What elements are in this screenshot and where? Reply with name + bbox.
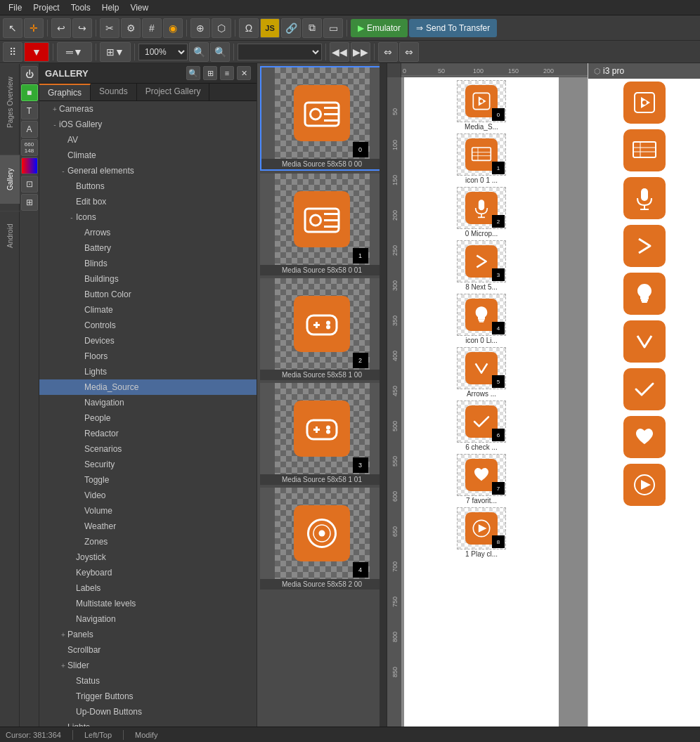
rp-icon-0[interactable] xyxy=(623,82,666,124)
canvas-workspace[interactable]: 0 Media_S... 1 icon 0 1 ... 2 0 Microp..… xyxy=(401,77,588,727)
tree-item-joystick[interactable]: Joystick xyxy=(39,549,257,565)
emulator-btn2[interactable]: ◉ xyxy=(163,18,183,38)
rp-icon-3[interactable] xyxy=(623,225,666,267)
page-btn[interactable]: ⧉ xyxy=(302,18,322,38)
cut-btn[interactable]: ✂ xyxy=(100,18,119,38)
tool-colors[interactable] xyxy=(21,157,38,174)
canvas-item-7[interactable]: 7 7 favorit... xyxy=(407,454,556,505)
zoom-select[interactable]: 100% 75% 50% 150% 200% xyxy=(138,44,188,60)
redo-btn[interactable]: ↪ xyxy=(72,18,92,38)
tree-item-toggle[interactable]: Toggle xyxy=(39,472,257,488)
gtab-graphics[interactable]: Graphics xyxy=(39,84,91,100)
tool-toggle[interactable]: ⊡ xyxy=(21,176,38,193)
link-btn[interactable]: 🔗 xyxy=(281,18,301,38)
arrange-btn[interactable]: ⬡ xyxy=(212,18,231,38)
tool-color[interactable]: ■ xyxy=(21,84,38,101)
canvas-area[interactable]: 0 50 100 150 200 50 100 150 200 250 300 … xyxy=(387,63,588,727)
tool-arrows[interactable]: ⊞ xyxy=(21,194,38,211)
settings-btn[interactable]: ⚙ xyxy=(121,18,141,38)
tool-text[interactable]: T xyxy=(21,103,38,119)
zoom-in-btn[interactable]: 🔍 xyxy=(189,42,209,62)
tree-item-climate[interactable]: Climate xyxy=(39,302,257,318)
undo-btn[interactable]: ↩ xyxy=(51,18,71,38)
device-select[interactable] xyxy=(238,44,322,60)
vtab-gallery[interactable]: Gallery xyxy=(0,155,20,204)
menu-file[interactable]: File xyxy=(3,1,27,14)
tree-item-arrows[interactable]: Arrows xyxy=(39,225,257,240)
rp-icon-8[interactable] xyxy=(623,464,666,506)
emulator-btn[interactable]: ▶ Emulator xyxy=(351,19,408,37)
gtab-sounds[interactable]: Sounds xyxy=(91,84,137,100)
tree-item-icons[interactable]: - Icons xyxy=(39,209,257,225)
tree-item-climate[interactable]: Climate xyxy=(39,148,257,163)
tree-item-zones[interactable]: Zones xyxy=(39,534,257,549)
canvas-item-3[interactable]: 3 8 Next 5... xyxy=(407,240,556,291)
canvas-item-6[interactable]: 6 6 check ... xyxy=(407,401,556,451)
rp-icon-6[interactable] xyxy=(623,368,666,410)
shrink-btn[interactable]: ⇔ xyxy=(399,42,419,62)
tree-item-buttons[interactable]: Buttons xyxy=(39,178,257,194)
canvas-item-8[interactable]: 8 1 Play cl... xyxy=(407,507,556,558)
gallery-item-1[interactable]: 1 Media Source 58x58 0 01 xyxy=(260,174,384,275)
tree-item-status[interactable]: Status xyxy=(39,673,257,689)
vtab-pages[interactable]: Pages Overview xyxy=(0,63,20,141)
tree-item-video[interactable]: Video xyxy=(39,488,257,503)
rp-icon-4[interactable] xyxy=(623,273,666,315)
gallery-view2-btn[interactable]: ≡ xyxy=(220,66,234,80)
rect-btn[interactable]: ▭ xyxy=(323,18,343,38)
menu-view[interactable]: View xyxy=(124,1,154,14)
rp-icon-5[interactable] xyxy=(623,320,666,363)
tool-font[interactable]: A xyxy=(21,121,38,138)
menu-project[interactable]: Project xyxy=(27,1,65,14)
tree-item-up-down-buttons[interactable]: Up-Down Buttons xyxy=(39,704,257,720)
tree-item-cameras[interactable]: + Cameras xyxy=(39,101,257,117)
gallery-item-3[interactable]: 3 Media Source 58x58 1 01 xyxy=(260,383,384,485)
tree-item-slider[interactable]: + Slider xyxy=(39,658,257,673)
tree-item-general-elements[interactable]: - General elements xyxy=(39,163,257,178)
tree-item-people[interactable]: People xyxy=(39,410,257,426)
tree-item-button-color[interactable]: Button Color xyxy=(39,287,257,302)
gallery-scrollbar[interactable] xyxy=(380,63,387,727)
gallery-close-btn[interactable]: ✕ xyxy=(237,66,251,80)
tree-item-keyboard[interactable]: Keyboard xyxy=(39,565,257,580)
tree-item-devices[interactable]: Devices xyxy=(39,333,257,349)
tree-item-scrollbar[interactable]: Scrollbar xyxy=(39,642,257,658)
rp-icon-7[interactable] xyxy=(623,416,666,458)
gtab-project[interactable]: Project Gallery xyxy=(137,84,210,100)
tree-item-av[interactable]: AV xyxy=(39,132,257,148)
select2-btn[interactable]: ⊞▼ xyxy=(100,42,131,62)
rp-icon-1[interactable] xyxy=(623,129,666,171)
tree-item-controls[interactable]: Controls xyxy=(39,318,257,333)
vtab-android[interactable]: Android xyxy=(0,211,20,260)
canvas-item-1[interactable]: 1 icon 0 1 ... xyxy=(407,134,556,184)
tree-item-security[interactable]: Security xyxy=(39,457,257,472)
canvas-item-0[interactable]: 0 Media_S... xyxy=(407,80,556,131)
canvas-item-2[interactable]: 2 0 Microp... xyxy=(407,187,556,237)
tree-item-edit-box[interactable]: Edit box xyxy=(39,194,257,209)
gallery-item-4[interactable]: 4 Media Source 58x58 2 00 xyxy=(260,488,384,590)
tree-item-panels[interactable]: + Panels xyxy=(39,627,257,642)
gallery-view1-btn[interactable]: ⊞ xyxy=(203,66,217,80)
tree-item-battery[interactable]: Battery xyxy=(39,240,257,256)
canvas-item-4[interactable]: 4 icon 0 Li... xyxy=(407,294,556,344)
line-btn[interactable]: ═▼ xyxy=(57,42,92,62)
tree-item-media_source[interactable]: Media_Source xyxy=(39,379,257,395)
canvas-item-5[interactable]: 5 Arrows ... xyxy=(407,347,556,398)
tree-item-floors[interactable]: Floors xyxy=(39,349,257,364)
tree-item-multistate-levels[interactable]: Multistate levels xyxy=(39,596,257,611)
prev-page-btn[interactable]: ◀◀ xyxy=(330,42,349,62)
gallery-search-btn[interactable]: 🔍 xyxy=(186,66,200,80)
menu-tools[interactable]: Tools xyxy=(65,1,96,14)
tool-power[interactable]: ⏻ xyxy=(21,66,38,83)
zoom-out-btn[interactable]: 🔍 xyxy=(210,42,230,62)
color-btn[interactable]: ▼ xyxy=(24,42,49,62)
tree-item-volume[interactable]: Volume xyxy=(39,503,257,519)
dots-btn[interactable]: ⠿ xyxy=(3,42,22,62)
tree-item-buildings[interactable]: Buildings xyxy=(39,271,257,287)
tree-item-trigger-buttons[interactable]: Trigger Buttons xyxy=(39,689,257,704)
tree-item-lights[interactable]: Lights xyxy=(39,720,257,727)
tree-item-navigation[interactable]: Navigation xyxy=(39,395,257,410)
omega-btn[interactable]: Ω xyxy=(239,18,259,38)
tree-item-blinds[interactable]: Blinds xyxy=(39,256,257,271)
grid-btn[interactable]: # xyxy=(142,18,162,38)
